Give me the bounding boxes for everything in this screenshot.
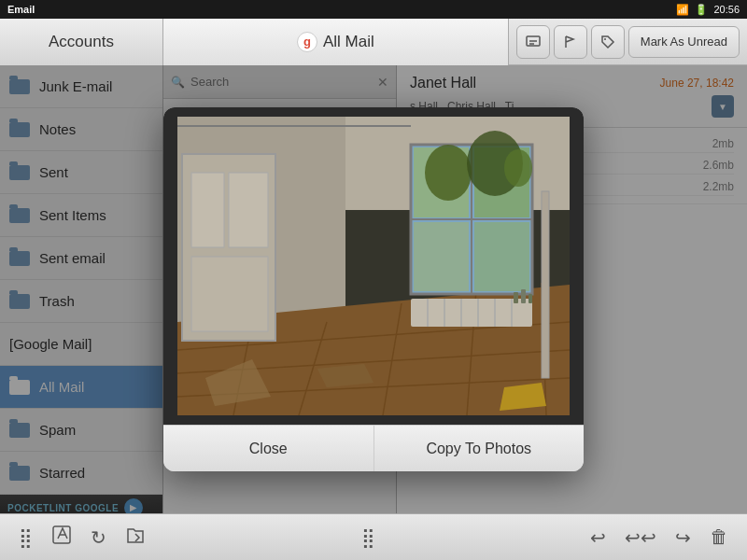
top-toolbar: Accounts g All Mail bbox=[0, 19, 747, 65]
tag-icon-btn[interactable] bbox=[591, 25, 625, 59]
flag-icon-btn[interactable] bbox=[554, 25, 587, 59]
delete-icon[interactable]: 🗑 bbox=[710, 526, 728, 548]
accounts-button[interactable]: Accounts bbox=[0, 19, 163, 65]
refresh-icon[interactable]: ↻ bbox=[91, 526, 106, 549]
bottom-center-icons: ⣿ bbox=[361, 526, 375, 549]
close-modal-button[interactable]: Close bbox=[163, 426, 374, 471]
svg-point-1 bbox=[604, 38, 606, 40]
modal-overlay[interactable]: Close Copy To Photos bbox=[0, 65, 747, 513]
copy-to-photos-button[interactable]: Copy To Photos bbox=[374, 426, 585, 471]
modal-image-container bbox=[163, 107, 584, 425]
main-content: Junk E-mail Notes Sent Sent Items Sent e… bbox=[0, 65, 747, 513]
columns-icon[interactable]: ⣿ bbox=[19, 526, 33, 549]
bottom-toolbar: ⣿ ↻ ⣿ ↩ ↩↩ ↪ 🗑 bbox=[0, 513, 747, 560]
modal-buttons: Close Copy To Photos bbox=[163, 425, 584, 471]
reply-icon[interactable]: ↩ bbox=[590, 526, 606, 549]
reply-all-icon[interactable]: ↩↩ bbox=[625, 526, 656, 549]
bottom-right-icons: ↩ ↩↩ ↪ 🗑 bbox=[590, 526, 728, 549]
app-name: Email bbox=[7, 4, 35, 15]
svg-rect-44 bbox=[177, 117, 570, 415]
photo-preview-modal: Close Copy To Photos bbox=[163, 107, 584, 471]
wifi-icon: 📶 bbox=[676, 4, 689, 16]
mark-unread-button[interactable]: Mark As Unread bbox=[628, 26, 740, 58]
columns2-icon[interactable]: ⣿ bbox=[361, 526, 375, 549]
folder-move-icon[interactable] bbox=[125, 525, 146, 550]
status-bar: Email 📶 🔋 20:56 bbox=[0, 0, 747, 19]
google-icon: g bbox=[297, 32, 317, 52]
app-container: Accounts g All Mail bbox=[0, 19, 747, 560]
battery-icon: 🔋 bbox=[695, 4, 708, 16]
compose-icon[interactable] bbox=[51, 525, 72, 550]
status-icons: 📶 🔋 20:56 bbox=[676, 4, 740, 16]
bottom-left-icons: ⣿ ↻ bbox=[19, 525, 146, 550]
toolbar-actions: Mark As Unread bbox=[509, 25, 747, 59]
allmail-button[interactable]: g All Mail bbox=[163, 19, 509, 65]
move-icon-btn[interactable] bbox=[516, 25, 550, 59]
time-display: 20:56 bbox=[713, 4, 740, 15]
forward-icon[interactable]: ↪ bbox=[675, 526, 691, 549]
